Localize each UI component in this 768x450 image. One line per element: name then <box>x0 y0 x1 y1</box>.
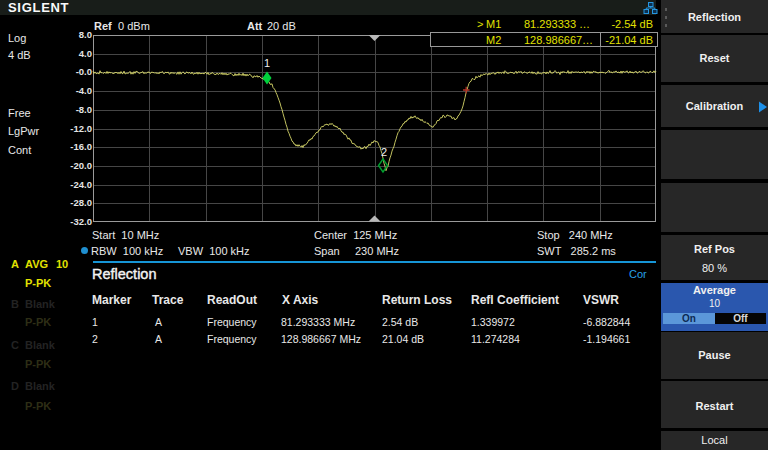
svg-text:1: 1 <box>264 57 270 69</box>
svg-text:2: 2 <box>381 146 387 158</box>
